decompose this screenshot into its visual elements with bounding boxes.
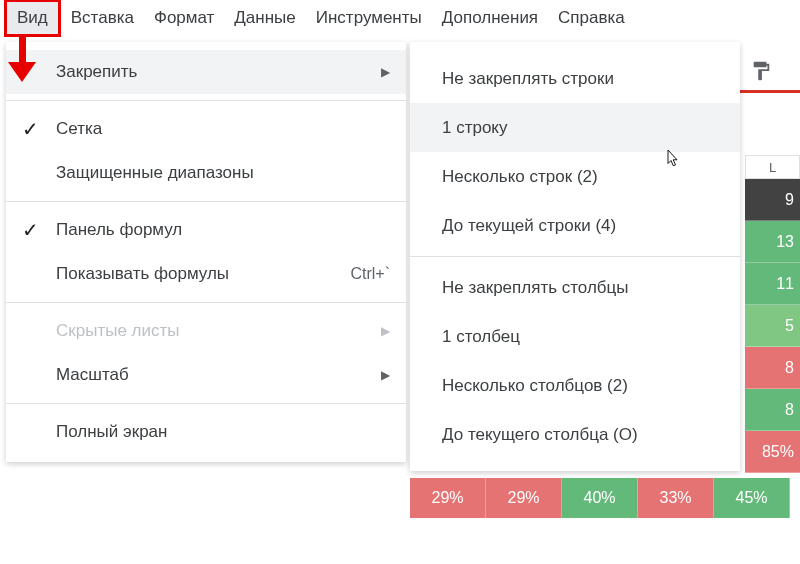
- spreadsheet-column: L 9 13 11 5 8 8 85%: [745, 155, 800, 473]
- sheet-cell[interactable]: 8: [745, 389, 800, 431]
- menu-item-show-formulas[interactable]: Показывать формулы Ctrl+`: [6, 252, 406, 296]
- menu-item-label: 1 столбец: [442, 327, 520, 347]
- sheet-cell[interactable]: 29%: [410, 478, 486, 518]
- menu-item-label: Панель формул: [56, 220, 182, 240]
- menu-item-grid[interactable]: ✓ Сетка: [6, 107, 406, 151]
- menu-item-label: Несколько столбцов (2): [442, 376, 628, 396]
- sheet-cell[interactable]: 11: [745, 263, 800, 305]
- sheet-cell[interactable]: 13: [745, 221, 800, 263]
- menu-item-label: Сетка: [56, 119, 102, 139]
- sheet-cell[interactable]: 85%: [745, 431, 800, 473]
- sheet-cell[interactable]: 29%: [486, 478, 562, 518]
- menu-item-label: До текущего столбца (O): [442, 425, 638, 445]
- menubar-item-data[interactable]: Данные: [224, 2, 305, 34]
- red-underline: [740, 90, 800, 93]
- sheet-cell[interactable]: 9: [745, 179, 800, 221]
- menu-item-label: Не закреплять столбцы: [442, 278, 629, 298]
- cursor-pointer-icon: [662, 148, 680, 174]
- menu-item-label: Защищенные диапазоны: [56, 163, 254, 183]
- menu-separator: [6, 100, 406, 101]
- menubar-item-tools[interactable]: Инструменты: [306, 2, 432, 34]
- menu-item-label: Несколько строк (2): [442, 167, 598, 187]
- spreadsheet-row: 29% 29% 40% 33% 45%: [410, 478, 790, 518]
- submenu-item-no-cols[interactable]: Не закреплять столбцы: [410, 263, 740, 312]
- menu-item-label: 1 строку: [442, 118, 508, 138]
- menu-item-label: Показывать формулы: [56, 264, 229, 284]
- menu-item-hidden-sheets: Скрытые листы ▶: [6, 309, 406, 353]
- sheet-cell[interactable]: 8: [745, 347, 800, 389]
- menu-item-label: До текущей строки (4): [442, 216, 616, 236]
- view-menu-dropdown: Закрепить ▶ ✓ Сетка Защищенные диапазоны…: [6, 42, 406, 462]
- menu-item-fullscreen[interactable]: Полный экран: [6, 410, 406, 454]
- menu-item-protected-ranges[interactable]: Защищенные диапазоны: [6, 151, 406, 195]
- menu-item-formula-bar[interactable]: ✓ Панель формул: [6, 208, 406, 252]
- menu-item-label: Не закреплять строки: [442, 69, 614, 89]
- menu-separator: [6, 403, 406, 404]
- submenu-item-several-rows[interactable]: Несколько строк (2): [410, 152, 740, 201]
- menubar-item-insert[interactable]: Вставка: [61, 2, 144, 34]
- menu-separator: [6, 201, 406, 202]
- menu-shortcut: Ctrl+`: [350, 265, 390, 283]
- menu-item-label: Масштаб: [56, 365, 129, 385]
- menu-item-freeze[interactable]: Закрепить ▶: [6, 50, 406, 94]
- menu-item-zoom[interactable]: Масштаб ▶: [6, 353, 406, 397]
- menubar-item-format[interactable]: Формат: [144, 2, 224, 34]
- submenu-item-several-cols[interactable]: Несколько столбцов (2): [410, 361, 740, 410]
- submenu-item-one-col[interactable]: 1 столбец: [410, 312, 740, 361]
- menu-separator: [6, 302, 406, 303]
- freeze-submenu: Не закреплять строки 1 строку Несколько …: [410, 42, 740, 471]
- column-header[interactable]: L: [745, 155, 800, 179]
- menubar-item-help[interactable]: Справка: [548, 2, 635, 34]
- sheet-cell[interactable]: 33%: [638, 478, 714, 518]
- menubar-item-addons[interactable]: Дополнения: [432, 2, 548, 34]
- submenu-item-one-row[interactable]: 1 строку: [410, 103, 740, 152]
- annotation-arrow-head: [8, 62, 36, 82]
- submenu-arrow-icon: ▶: [381, 65, 390, 79]
- submenu-item-upto-col[interactable]: До текущего столбца (O): [410, 410, 740, 459]
- sheet-cell[interactable]: 45%: [714, 478, 790, 518]
- menubar: Вид Вставка Формат Данные Инструменты До…: [0, 0, 800, 36]
- check-icon: ✓: [22, 117, 39, 141]
- paint-format-icon[interactable]: [750, 60, 772, 85]
- submenu-item-no-rows[interactable]: Не закреплять строки: [410, 54, 740, 103]
- menu-item-label: Скрытые листы: [56, 321, 180, 341]
- menu-item-label: Закрепить: [56, 62, 137, 82]
- submenu-arrow-icon: ▶: [381, 324, 390, 338]
- sheet-cell[interactable]: 5: [745, 305, 800, 347]
- menu-item-label: Полный экран: [56, 422, 167, 442]
- menubar-item-view[interactable]: Вид: [4, 0, 61, 37]
- submenu-arrow-icon: ▶: [381, 368, 390, 382]
- sheet-cell[interactable]: 40%: [562, 478, 638, 518]
- submenu-item-upto-row[interactable]: До текущей строки (4): [410, 201, 740, 250]
- menu-separator: [410, 256, 740, 257]
- check-icon: ✓: [22, 218, 39, 242]
